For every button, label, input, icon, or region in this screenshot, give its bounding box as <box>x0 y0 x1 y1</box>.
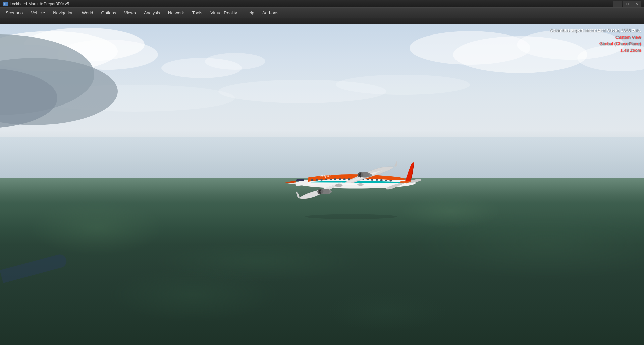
menu-item-scenario[interactable]: Scenario <box>2 9 27 17</box>
svg-point-47 <box>335 184 342 187</box>
window-controls: ─ □ ✕ <box>613 1 641 7</box>
svg-rect-32 <box>366 179 368 180</box>
menu-item-help[interactable]: Help <box>241 9 258 17</box>
window-title: Lockheed Martin® Prepar3D® v5 <box>10 2 69 6</box>
aircraft-model: easyJet <box>271 146 432 220</box>
svg-rect-27 <box>343 179 345 180</box>
svg-rect-21 <box>316 179 318 181</box>
minimize-button[interactable]: ─ <box>613 1 622 7</box>
info-bar <box>0 18 644 24</box>
menu-item-world[interactable]: World <box>78 9 97 17</box>
title-bar: P Lockheed Martin® Prepar3D® v5 ─ □ ✕ <box>0 0 644 8</box>
menu-item-views[interactable]: Views <box>120 9 140 17</box>
svg-rect-22 <box>320 179 322 181</box>
menu-bar: ScenarioVehicleNavigationWorldOptionsVie… <box>0 8 644 18</box>
title-bar-left: P Lockheed Martin® Prepar3D® v5 <box>3 2 69 6</box>
hud-overlay: Columbus airport information Oscar, 1356… <box>550 27 641 53</box>
svg-rect-34 <box>376 179 378 181</box>
menu-item-add-ons[interactable]: Add-ons <box>258 9 282 17</box>
main-window: P Lockheed Martin® Prepar3D® v5 ─ □ ✕ Sc… <box>0 0 644 345</box>
menu-item-network[interactable]: Network <box>164 9 188 17</box>
menu-item-virtual-reality[interactable]: Virtual Reality <box>206 9 241 17</box>
airport-info-text: Columbus airport information Oscar, 1356… <box>550 27 641 34</box>
maximize-button[interactable]: □ <box>623 1 632 7</box>
svg-point-48 <box>357 183 363 186</box>
svg-rect-25 <box>334 179 336 180</box>
svg-rect-23 <box>325 179 327 180</box>
menu-item-analysis[interactable]: Analysis <box>140 9 164 17</box>
svg-text:easyJet: easyJet <box>320 175 331 178</box>
svg-point-16 <box>305 214 397 219</box>
svg-rect-26 <box>339 179 341 180</box>
close-button[interactable]: ✕ <box>632 1 641 7</box>
view-mode-text: Custom View <box>550 34 641 41</box>
svg-rect-42 <box>320 189 330 195</box>
camera-mode-text: Gimbal (ChasePlane) <box>550 40 641 47</box>
svg-rect-35 <box>380 179 382 181</box>
svg-rect-46 <box>360 172 369 178</box>
zoom-level-text: 1.48 Zoom <box>550 47 641 54</box>
svg-rect-37 <box>389 180 391 182</box>
aircraft: easyJet <box>271 146 432 220</box>
sim-viewport: easyJet <box>0 24 644 345</box>
app-icon: P <box>3 2 8 6</box>
svg-rect-36 <box>385 180 387 181</box>
svg-rect-20 <box>311 179 313 181</box>
menu-item-options[interactable]: Options <box>97 9 120 17</box>
svg-point-19 <box>300 179 304 181</box>
menu-item-tools[interactable]: Tools <box>188 9 206 17</box>
svg-rect-33 <box>371 179 373 181</box>
menu-item-navigation[interactable]: Navigation <box>49 9 77 17</box>
menu-item-vehicle[interactable]: Vehicle <box>27 9 49 17</box>
svg-rect-24 <box>329 179 331 180</box>
